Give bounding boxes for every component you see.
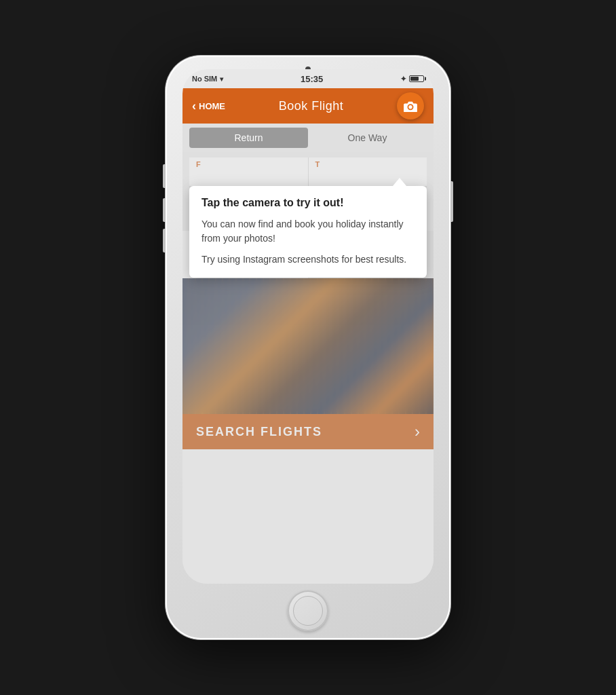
home-button[interactable]: [288, 590, 328, 631]
status-right: ✦: [400, 75, 424, 83]
phone-frame: No SIM ▾ 15:35 ✦ ‹ HOME Book Flight: [166, 56, 450, 639]
carrier-label: No SIM: [192, 75, 217, 83]
camera-icon: [403, 100, 418, 112]
tab-one-way[interactable]: One Way: [308, 128, 427, 148]
status-bar: No SIM ▾ 15:35 ✦: [182, 69, 434, 88]
tooltip-body-line1: You can now find and book you holiday in…: [201, 217, 415, 246]
tabs-row: Return One Way: [182, 124, 434, 152]
page-title: Book Flight: [279, 99, 344, 113]
camera-button[interactable]: [397, 92, 424, 119]
scrollable-content: F T Select Departure Date ×: [182, 152, 434, 584]
bluetooth-icon: ✦: [400, 75, 406, 83]
wifi-icon: ▾: [220, 75, 223, 83]
phone-screen: No SIM ▾ 15:35 ✦ ‹ HOME Book Flight: [182, 69, 434, 584]
back-label: HOME: [199, 101, 225, 111]
tab-return[interactable]: Return: [189, 128, 308, 148]
tooltip-arrow: [393, 178, 406, 186]
tab-one-way-label: One Way: [348, 132, 387, 143]
home-button-inner: [293, 596, 323, 626]
battery-indicator: [409, 75, 424, 82]
tooltip-popup: Tap the camera to try it out! You can no…: [189, 186, 427, 278]
tooltip-body-line2: Try using Instagram screenshots for best…: [201, 252, 415, 267]
status-time: 15:35: [301, 74, 323, 84]
battery-fill: [410, 77, 419, 81]
back-chevron-icon: ‹: [192, 100, 196, 112]
nav-bar: ‹ HOME Book Flight: [182, 88, 434, 124]
back-button[interactable]: ‹ HOME: [192, 100, 225, 112]
tab-return-label: Return: [234, 132, 263, 143]
status-left: No SIM ▾: [192, 75, 223, 83]
tooltip-title: Tap the camera to try it out!: [201, 197, 415, 209]
